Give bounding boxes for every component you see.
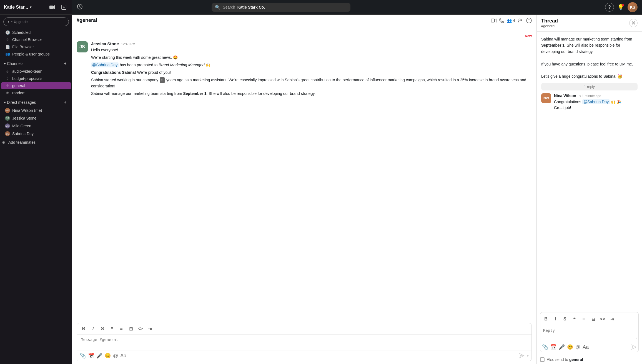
user-avatar[interactable]: KS xyxy=(628,2,638,12)
search-bar[interactable]: 🔍 Search Katie Stark Co. xyxy=(212,3,350,12)
video-call-button[interactable] xyxy=(491,19,496,22)
thread-panel: Thread #general ✕ Sabina will manage our… xyxy=(536,15,642,364)
years-badge: 5 xyxy=(160,77,165,83)
thread-ordered-list-button[interactable]: ≡ xyxy=(580,315,588,323)
calendar-button[interactable]: 📅 xyxy=(88,353,94,359)
hash-icon: # xyxy=(5,76,10,81)
top-nav: 🔍 Search Katie Stark Co. ? 💡 KS xyxy=(72,0,642,15)
msg-para-3: @Sabrina Day has been promoted to Brand … xyxy=(91,62,532,68)
compose-icon-btn[interactable] xyxy=(59,3,68,12)
thread-italic-button[interactable]: I xyxy=(551,315,559,323)
dm-label: Direct messages xyxy=(7,100,36,105)
unordered-list-button[interactable]: ⊟ xyxy=(127,325,135,333)
messages-area: New JS Jessica Stone 12:48 PM Hello ever… xyxy=(72,26,536,320)
sidebar-item-scheduled[interactable]: 🕐 Scheduled xyxy=(1,29,71,36)
channel-header: #general 👥 4 xyxy=(72,15,536,26)
add-channel-button[interactable]: + xyxy=(62,60,68,67)
sidebar: Katie Star... ▾ ↑ ↑ Upgrade 🕐 Scheduled … xyxy=(0,0,72,364)
add-teammates-label: Add teammates xyxy=(8,140,36,145)
workspace-chevron: ▾ xyxy=(30,5,31,9)
thread-reply-input[interactable] xyxy=(542,326,637,339)
format-button[interactable]: Aa xyxy=(120,353,126,359)
thread-channel: #general xyxy=(541,24,558,28)
ordered-list-button[interactable]: ≡ xyxy=(117,325,125,333)
collapse-icon: ▾ xyxy=(4,61,6,66)
thread-emoji-button[interactable]: 😊 xyxy=(567,344,573,350)
msg-para-1: Hello everyone! xyxy=(91,47,532,53)
italic-button[interactable]: I xyxy=(89,325,97,333)
notifications-button[interactable]: 💡 xyxy=(617,4,624,11)
upgrade-button[interactable]: ↑ ↑ Upgrade xyxy=(3,17,69,26)
people-icon: 👥 xyxy=(5,52,10,56)
sidebar-item-label: general xyxy=(12,84,25,88)
thread-code-button[interactable]: <> xyxy=(599,315,606,323)
thread-audio-button[interactable]: 🎤 xyxy=(559,344,565,350)
channel-area: #general 👥 4 xyxy=(72,15,642,364)
message-input[interactable] xyxy=(77,335,531,349)
collapse-icon: ▾ xyxy=(4,100,6,105)
sidebar-item-audio-video[interactable]: # audio-video-team xyxy=(1,68,71,75)
thread-indent-button[interactable]: ⇥ xyxy=(608,315,616,323)
thread-close-button[interactable]: ✕ xyxy=(629,19,638,27)
bold-button[interactable]: B xyxy=(80,325,87,333)
add-member-button[interactable] xyxy=(518,18,523,23)
code-button[interactable]: <> xyxy=(136,325,144,333)
also-send-checkbox[interactable] xyxy=(540,357,545,362)
channels-section-header[interactable]: ▾ Channels + xyxy=(0,58,72,68)
thread-send-button[interactable] xyxy=(631,344,637,350)
sidebar-item-general[interactable]: # general xyxy=(1,82,71,89)
thread-mention-button[interactable]: @ xyxy=(575,344,580,350)
thread-header: Thread #general ✕ xyxy=(537,15,642,32)
history-back-button[interactable] xyxy=(77,4,83,11)
new-messages-divider: New xyxy=(77,34,532,38)
help-button[interactable]: ? xyxy=(605,3,614,12)
sidebar-item-label: Channel Browser xyxy=(12,37,42,42)
mention-sabrina-thread[interactable]: @Sabrina Day xyxy=(582,99,610,104)
thread-reply-text: Congratulations @Sabrina Day 🙌 🎉Great jo… xyxy=(554,99,638,111)
thread-calendar-button[interactable]: 📅 xyxy=(550,344,556,350)
sidebar-item-sabrina[interactable]: SD Sabrina Day xyxy=(1,130,71,138)
sidebar-item-random[interactable]: # random xyxy=(1,89,71,97)
add-teammates-icon: ⊕ xyxy=(1,140,6,145)
svg-rect-0 xyxy=(49,6,53,9)
send-dropdown-button[interactable]: ▾ xyxy=(527,353,529,358)
thread-reply-content: Nina Wilson < 1 minute ago Congratulatio… xyxy=(554,93,638,111)
thread-attachment-button[interactable]: 📎 xyxy=(542,344,548,350)
emoji-button[interactable]: 😊 xyxy=(105,353,111,359)
add-dm-button[interactable]: + xyxy=(62,99,68,105)
thread-strikethrough-button[interactable]: S xyxy=(561,315,569,323)
thread-format-button[interactable]: Aa xyxy=(583,344,589,350)
quote-button[interactable]: ❝ xyxy=(108,325,116,333)
workspace-name-text: Katie Star... xyxy=(4,5,28,10)
mention-sabrina[interactable]: @Sabrina Day xyxy=(91,62,119,67)
sidebar-item-budget[interactable]: # budget-proposals xyxy=(1,75,71,82)
sidebar-item-label: budget-proposals xyxy=(12,76,42,81)
thread-quote-button[interactable]: ❝ xyxy=(570,315,578,323)
search-label: Search xyxy=(223,5,235,9)
sidebar-item-file-browser[interactable]: 📄 File Browser xyxy=(1,43,71,50)
mention-button[interactable]: @ xyxy=(113,353,118,359)
audio-call-button[interactable] xyxy=(499,18,504,23)
indent-button[interactable]: ⇥ xyxy=(146,325,154,333)
sidebar-item-jessica[interactable]: JS Jessica Stone xyxy=(1,114,71,122)
dm-section-header[interactable]: ▾ Direct messages + xyxy=(0,97,72,107)
new-label: New xyxy=(525,34,532,38)
thread-bold-button[interactable]: B xyxy=(542,315,550,323)
thread-original-text: Sabina will manage our marketing team st… xyxy=(541,36,638,80)
also-send-text: Also send to general xyxy=(547,357,583,362)
workspace-name[interactable]: Katie Star... ▾ xyxy=(4,5,31,10)
send-button[interactable] xyxy=(519,353,525,358)
thread-unordered-list-button[interactable]: ⊟ xyxy=(589,315,597,323)
info-button[interactable] xyxy=(526,18,532,23)
sidebar-item-label: Scheduled xyxy=(12,30,31,35)
audio-button[interactable]: 🎤 xyxy=(96,353,102,359)
sidebar-item-nina[interactable]: NW Nina Wilson (me) xyxy=(1,107,71,114)
sidebar-item-people[interactable]: 👥 People & user groups xyxy=(1,50,71,58)
sidebar-item-milo[interactable]: MG Milo Green xyxy=(1,122,71,130)
add-teammates-item[interactable]: ⊕ Add teammates xyxy=(1,139,71,146)
attachment-button[interactable]: 📎 xyxy=(80,353,86,359)
video-icon-btn[interactable] xyxy=(48,3,57,12)
members-button[interactable]: 👥 4 xyxy=(507,18,515,23)
sidebar-item-channel-browser[interactable]: # Channel Browser xyxy=(1,36,71,43)
strikethrough-button[interactable]: S xyxy=(99,325,106,333)
